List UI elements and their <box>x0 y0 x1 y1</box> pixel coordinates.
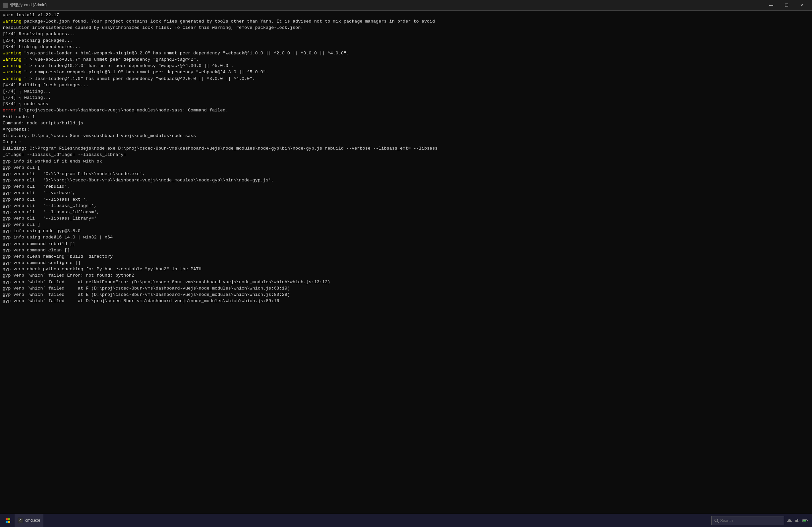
terminal-line: yarn install v1.22.17 <box>3 12 809 18</box>
svg-rect-12 <box>788 519 791 520</box>
maximize-button[interactable]: ❐ <box>779 0 794 11</box>
terminal-line: warning " > compression-webpack-plugin@3… <box>3 69 809 75</box>
svg-rect-0 <box>3 3 5 5</box>
terminal-line: [2/4] Fetching packages... <box>3 38 809 44</box>
terminal-line: Output: <box>3 139 809 145</box>
terminal-line: error D:\proj\cscec-8bur-vms\dashboard-v… <box>3 107 809 113</box>
terminal-line: warning " > less-loader@4.1.0" has unmet… <box>3 76 809 82</box>
svg-rect-3 <box>6 6 7 7</box>
terminal-line: gyp verb command clean [] <box>3 247 809 253</box>
tray-icon-battery[interactable] <box>802 517 809 524</box>
taskbar: C cmd.exe <box>0 514 812 527</box>
terminal-line: gyp verb cli ] <box>3 222 809 228</box>
terminal-line: [4/4] Building fresh packages... <box>3 82 809 88</box>
terminal-line: [-/4] ┐ waiting... <box>3 88 809 95</box>
terminal-line: gyp verb `which` failed at F (D:\proj\cs… <box>3 285 809 291</box>
terminal-line: gyp verb cli '--verbose', <box>3 190 809 196</box>
svg-rect-5 <box>8 518 10 521</box>
terminal-line: gyp verb cli [ <box>3 165 809 171</box>
terminal-line: Exit code: 1 <box>3 114 809 120</box>
minimize-button[interactable]: — <box>764 0 779 11</box>
svg-rect-7 <box>8 521 10 523</box>
terminal-line: gyp info it worked if it ends with ok <box>3 158 809 165</box>
terminal-line: gyp verb cli '--libsass_ldflags=', <box>3 209 809 215</box>
terminal-line: gyp verb command configure [] <box>3 260 809 266</box>
svg-rect-11 <box>788 521 791 521</box>
svg-line-9 <box>717 521 719 523</box>
svg-rect-10 <box>787 521 792 522</box>
terminal-line: resolution inconsistencies caused by uns… <box>3 25 809 31</box>
svg-rect-16 <box>803 520 806 521</box>
terminal-line: [3/4] ┐ node-sass <box>3 101 809 107</box>
terminal-line: gyp verb `which` failed Error: not found… <box>3 272 809 279</box>
terminal-line: Directory: D:\proj\cscec-8bur-vms\dashbo… <box>3 133 809 139</box>
svg-rect-4 <box>6 518 8 521</box>
terminal-line: gyp verb cli 'rebuild', <box>3 183 809 190</box>
window-title: 管理员: cmd (Admin) <box>10 2 764 8</box>
terminal-line: [-/4] ┐ waiting... <box>3 95 809 101</box>
tray-icon-volume[interactable] <box>794 517 801 524</box>
taskbar-app-label: cmd.exe <box>25 518 40 523</box>
start-button[interactable] <box>1 514 15 527</box>
taskbar-cmd-app[interactable]: C cmd.exe <box>15 514 43 527</box>
terminal-line: gyp verb cli '--libsass_library=' <box>3 215 809 222</box>
taskbar-search-box[interactable] <box>711 516 784 525</box>
terminal-line: gyp verb cli '--libsass_cflags=', <box>3 203 809 209</box>
window-controls: — ❐ ✕ <box>764 0 809 11</box>
svg-point-8 <box>715 519 718 522</box>
tray-icon-network[interactable] <box>786 517 793 524</box>
terminal-line: gyp verb cli 'C:\\Program Files\\nodejs\… <box>3 171 809 177</box>
search-input[interactable] <box>720 518 773 523</box>
terminal-line: Command: node scripts/build.js <box>3 120 809 126</box>
close-button[interactable]: ✕ <box>794 0 809 11</box>
window-icon <box>3 3 8 8</box>
title-bar: 管理员: cmd (Admin) — ❐ ✕ <box>0 0 812 11</box>
terminal-line: Arguments: <box>3 126 809 133</box>
terminal-line: [3/4] Linking dependencies... <box>3 44 809 50</box>
terminal-line: gyp verb `which` failed at D:\proj\cscec… <box>3 298 809 304</box>
svg-marker-13 <box>795 519 798 523</box>
terminal-line: gyp verb check python checking for Pytho… <box>3 266 809 272</box>
terminal-line: gyp verb cli 'D:\\proj\\cscec-8bur-vms\\… <box>3 177 809 183</box>
terminal-line: gyp verb command rebuild [] <box>3 241 809 247</box>
system-tray <box>784 517 811 524</box>
svg-rect-2 <box>3 6 5 7</box>
svg-rect-1 <box>6 3 7 5</box>
terminal-line: gyp info using node-gyp@3.8.0 <box>3 228 809 234</box>
terminal-line: warning "svg-sprite-loader > html-webpac… <box>3 50 809 56</box>
terminal-line: gyp verb `which` failed at getNotFoundEr… <box>3 279 809 285</box>
terminal-line: gyp info using node@16.14.0 | win32 | x6… <box>3 234 809 240</box>
terminal-line: gyp verb clean removing "build" director… <box>3 253 809 260</box>
terminal-line: warning " > sass-loader@10.2.0" has unme… <box>3 63 809 69</box>
terminal-body: yarn install v1.22.17warning package-loc… <box>0 11 812 514</box>
cmd-icon: C <box>18 518 23 523</box>
terminal-line: Building: C:\Program Files\nodejs\node.e… <box>3 145 809 152</box>
terminal-line: gyp verb `which` failed at E (D:\proj\cs… <box>3 291 809 298</box>
terminal-content: yarn install v1.22.17warning package-loc… <box>3 12 809 512</box>
terminal-line: _cflags= --libsass_ldflags= --libsass_li… <box>3 152 809 158</box>
terminal-line: warning " > vue-apollo@3.0.7" has unmet … <box>3 56 809 63</box>
terminal-line: warning package-lock.json found. Your pr… <box>3 18 809 25</box>
terminal-line: gyp verb cli '--libsass_ext=', <box>3 196 809 203</box>
svg-rect-15 <box>807 520 808 521</box>
terminal-line: [1/4] Resolving packages... <box>3 31 809 37</box>
svg-rect-6 <box>6 521 8 523</box>
